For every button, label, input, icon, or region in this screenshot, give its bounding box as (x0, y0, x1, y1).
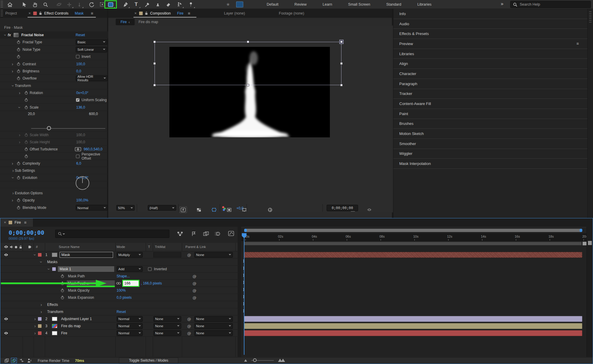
preview-time-box[interactable]: 0;00;00;00 (327, 205, 358, 211)
panel-row-paragraph[interactable]: Paragraph (393, 79, 587, 89)
stopwatch-icon[interactable] (24, 98, 28, 102)
brightness-value[interactable]: 0,0 (76, 69, 81, 73)
group-label[interactable]: Evolution Options (15, 191, 43, 195)
panel-row-preview[interactable]: Preview (393, 39, 587, 49)
mask1-expander-icon[interactable]: › (47, 267, 51, 271)
eye-toggle[interactable] (4, 332, 8, 335)
group-expander-icon[interactable]: › (39, 260, 43, 264)
comp-marker-button[interactable] (583, 242, 586, 245)
tab-project[interactable]: Project (5, 11, 17, 15)
rotation-value[interactable]: 0x+0,0° (76, 91, 88, 95)
effects-group-row[interactable]: › Effects (0, 301, 238, 308)
timeline-scrollbar[interactable] (586, 227, 593, 357)
mask-handle-mid-left[interactable] (153, 62, 156, 65)
selection-tool[interactable] (20, 1, 28, 8)
layer3-duration-bar[interactable] (244, 323, 582, 329)
layer3-mode-select[interactable]: Normal (117, 323, 143, 329)
composition-layers-icon[interactable] (4, 358, 9, 363)
expander-icon[interactable]: › (11, 84, 15, 88)
stopwatch-icon[interactable] (17, 161, 20, 165)
current-timecode[interactable]: 0;00;00;00 (9, 229, 44, 236)
fractal-type-select[interactable]: Basic (76, 39, 107, 45)
group-label[interactable]: Sub Settings (15, 169, 35, 173)
mask-feather-value[interactable]: , 166,0 pixels (141, 281, 162, 285)
layer-expander-icon[interactable]: › (33, 331, 37, 335)
mask-handle-mid-right[interactable] (340, 62, 343, 65)
layer-row-mask[interactable]: › 1 Mask Multiply @ None (0, 251, 238, 258)
mask-opacity-row[interactable]: Mask Opacity 100% @ (0, 287, 238, 294)
workspace-overflow-icon[interactable]: » (501, 1, 503, 7)
mask-expansion-value[interactable]: 0,0 pixels (117, 295, 132, 300)
group-expander-icon[interactable]: › (39, 310, 43, 314)
mask-handle-bottom-right[interactable] (340, 84, 343, 86)
effect-header-row[interactable]: › fx Fractal Noise Reset (0, 31, 108, 39)
zoom-out-icon[interactable] (244, 359, 247, 362)
mask-handle-top-right[interactable] (340, 41, 343, 43)
stopwatch-icon[interactable] (24, 91, 28, 95)
mask-feather-input[interactable]: 166 (124, 281, 131, 285)
panel-row-tracker[interactable]: Tracker (393, 89, 587, 99)
pickwhip-icon[interactable]: @ (193, 281, 196, 285)
transform-group-row[interactable]: › Transform Reset (0, 308, 238, 315)
close-icon[interactable]: × (28, 11, 31, 15)
mask1-name-box[interactable]: Mask 1 (58, 266, 114, 272)
stopwatch-icon[interactable] (24, 105, 28, 109)
complexity-value[interactable]: 6,0 (76, 161, 81, 166)
layer-expander-icon[interactable]: › (33, 324, 37, 328)
layer-color-swatch[interactable] (38, 324, 42, 328)
stopwatch-icon[interactable] (61, 295, 64, 299)
expander-icon[interactable]: › (18, 106, 21, 109)
mask-opacity-value[interactable]: 100% (117, 288, 126, 293)
layer-color-swatch[interactable] (38, 331, 42, 335)
pane-divider[interactable] (238, 227, 241, 357)
offset-turbulence-value[interactable]: 960,0,540,0 (84, 147, 102, 151)
layer3-parent-select[interactable]: None (194, 323, 233, 329)
layer3-trkmat-select[interactable]: None (153, 323, 181, 329)
navigator-end-handle[interactable] (580, 229, 582, 232)
effect-expander-icon[interactable]: › (4, 33, 7, 37)
layer-color-swatch[interactable] (38, 317, 42, 321)
mask1-mode-select[interactable]: Add (117, 266, 143, 272)
lock-icon[interactable] (39, 11, 42, 15)
column-trkmat[interactable]: TrkMat (155, 245, 165, 249)
stopwatch-icon[interactable] (24, 133, 28, 137)
eye-toggle[interactable] (4, 253, 8, 256)
timeline-graph-area[interactable]: 00s02s04s06s08s10s12s14s16s18s20s I I I … (241, 228, 586, 357)
layer1-duration-bar[interactable] (244, 252, 582, 258)
exposure-value[interactable]: +0,0 (236, 206, 244, 210)
opacity-value[interactable]: 100,0% (76, 198, 88, 202)
draft-3d-icon[interactable] (191, 231, 196, 236)
live-update-button[interactable] (11, 358, 17, 363)
stopwatch-icon[interactable] (17, 198, 20, 202)
mask-handle-top-center[interactable] (247, 41, 249, 43)
panel-color-swatch[interactable] (139, 12, 143, 15)
timeline-zoom-handle[interactable] (253, 358, 257, 362)
timeline-tab-label[interactable]: Fire (15, 220, 21, 225)
viewer-tab-fire[interactable]: Fire ‹ (116, 19, 135, 25)
layer-name-editbox[interactable]: Mask (60, 252, 113, 258)
layer-row-adjustment[interactable]: › 2 Adjustment Layer 1 Normal None @ Non… (0, 315, 238, 322)
tab-effect-controls-target[interactable]: Mask (75, 11, 84, 15)
layer-expander-icon[interactable]: › (33, 253, 37, 257)
contrast-value[interactable]: 100,0 (76, 62, 85, 66)
fast-previews-button[interactable] (179, 206, 187, 213)
expander-icon[interactable]: › (11, 176, 15, 179)
panel-row-motion-sketch[interactable]: Motion Sketch (393, 129, 587, 139)
parent-pickwhip-icon[interactable]: @ (187, 324, 191, 328)
timeline-search-input[interactable] (65, 232, 169, 236)
mask1-row[interactable]: › Mask 1 Add Inverted (0, 266, 238, 273)
puppet-pin-tool[interactable] (186, 1, 195, 8)
mask-visibility-button[interactable] (210, 206, 218, 213)
mask-marquee-icon[interactable] (236, 1, 243, 7)
collapsed-dock-strip[interactable] (587, 9, 593, 218)
close-icon[interactable]: × (134, 11, 137, 15)
panel-row-audio[interactable]: Audio (393, 19, 587, 29)
noise-type-select[interactable]: Soft Linear (76, 47, 107, 52)
expander-icon[interactable]: › (11, 169, 15, 172)
stopwatch-icon[interactable] (17, 62, 20, 66)
mask-handle-bottom-left[interactable] (153, 84, 156, 86)
workspace-small-screen[interactable]: Small Screen (340, 0, 378, 9)
magnification-select[interactable]: 50% (116, 205, 135, 211)
back-chevron-icon[interactable]: ‹ (128, 20, 130, 24)
workspace-review[interactable]: Review (287, 0, 315, 9)
